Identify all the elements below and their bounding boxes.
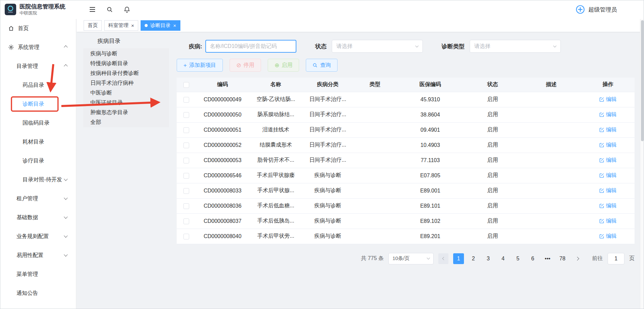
menu-collapse-icon[interactable] [89, 6, 96, 12]
cell-code: CD0000000053 [196, 153, 250, 168]
next-page-button[interactable] [573, 253, 583, 264]
catalog-title: 疾病目录 [97, 37, 169, 45]
sidebar-item-drug-catalog[interactable]: 药品目录 [0, 76, 76, 95]
page-button[interactable]: 6 [527, 253, 538, 264]
page-button[interactable]: 3 [483, 253, 494, 264]
edit-button[interactable]: 编辑 [599, 233, 617, 240]
catalog-item[interactable]: 全部 [83, 117, 169, 127]
catalog-item[interactable]: 特慢病诊断目录 [83, 58, 169, 68]
query-button[interactable]: 查询 [306, 59, 338, 72]
sidebar-item-treatment-catalog[interactable]: 诊疗目录 [0, 151, 76, 170]
cell-status: 启用 [464, 107, 521, 122]
sidebar-item-base-data[interactable]: 基础数据 [0, 208, 76, 227]
row-checkbox[interactable] [183, 127, 189, 133]
row-checkbox[interactable] [183, 188, 189, 194]
catalog-item[interactable]: 中医证候目录 [83, 98, 169, 107]
edit-button[interactable]: 编辑 [599, 157, 617, 164]
search-icon[interactable] [107, 6, 113, 13]
goto-suffix: 页 [629, 255, 635, 262]
tab-diagnosis-catalog[interactable]: 诊断目录 × [141, 20, 180, 31]
edit-button[interactable]: 编辑 [599, 172, 617, 179]
sidebar-item-menu-mgmt[interactable]: 菜单管理 [0, 265, 76, 284]
tab-home[interactable]: 首页 [84, 20, 102, 31]
page-button[interactable]: 4 [498, 253, 508, 264]
catalog-item[interactable]: 日间手术治疗病种 [83, 78, 169, 88]
page-button[interactable]: 5 [513, 253, 523, 264]
status-select[interactable]: 请选择 [332, 40, 423, 53]
sidebar-item-tenant-mgmt[interactable]: 租户管理 [0, 189, 76, 208]
close-icon[interactable]: × [173, 23, 176, 28]
row-checkbox[interactable] [183, 234, 189, 239]
scrollbar-thumb[interactable] [641, 20, 644, 141]
edit-button[interactable]: 编辑 [599, 126, 617, 133]
catalog-item[interactable]: 疾病与诊断 [83, 49, 169, 58]
cell-insurance-code: 77.1103 [397, 153, 464, 168]
sidebar-item-business-rules[interactable]: 业务规则配置 [0, 227, 76, 246]
page-button[interactable]: 1 [453, 253, 464, 264]
cell-category: 日间手术治疗... [302, 137, 353, 153]
disease-search-input[interactable] [205, 40, 296, 53]
tab-dept-mgmt[interactable]: 科室管理 × [104, 20, 138, 31]
sidebar-item-notice[interactable]: 通知公告 [0, 284, 76, 303]
sidebar-item-label: 诊疗目录 [23, 157, 44, 164]
cell-status: 启用 [464, 92, 521, 107]
sidebar-item-national-code-catalog[interactable]: 国临码目录 [0, 113, 76, 132]
close-icon[interactable]: × [131, 23, 134, 28]
sidebar-item-system-mgmt[interactable]: 系统管理 [0, 38, 76, 57]
select-all-checkbox[interactable] [183, 82, 189, 88]
cell-status: 启用 [464, 183, 521, 198]
table-header-row: 编码 名称 疾病分类 类型 医保编码 状态 描述 操作 [177, 78, 635, 92]
user-menu[interactable]: 超级管理员 [575, 4, 617, 15]
app-header: 医院信息管理系统 中联医院 超级管理员 [0, 0, 644, 19]
edit-button[interactable]: 编辑 [599, 202, 617, 209]
row-checkbox[interactable] [183, 203, 189, 209]
cell-category: 疾病与诊断 [302, 168, 353, 183]
edit-icon [599, 188, 604, 193]
edit-button[interactable]: 编辑 [599, 187, 617, 194]
sidebar-item-catalog-mapping[interactable]: 目录对照-待开发 [0, 170, 76, 189]
row-checkbox[interactable] [183, 112, 189, 118]
enable-button[interactable]: ⊕ 启用 [268, 59, 299, 72]
type-filter-label: 诊断类型 [442, 43, 465, 50]
sidebar-item-label: 药品目录 [23, 82, 44, 89]
sidebar-item-label: 菜单管理 [17, 271, 38, 278]
page-size-select[interactable]: 10条/页 [388, 253, 434, 264]
cell-code: CD0000006546 [196, 168, 250, 183]
edit-icon [599, 203, 604, 208]
cell-category: 疾病与诊断 [302, 229, 353, 244]
tab-label: 诊断目录 [150, 22, 171, 29]
chevron-left-icon [442, 257, 446, 260]
goto-page-input[interactable] [608, 253, 624, 264]
row-checkbox[interactable] [183, 158, 189, 163]
add-item-button[interactable]: + 添加新项目 [177, 59, 223, 72]
diagnosis-type-select[interactable]: 请选择 [470, 40, 561, 53]
sidebar-item-catalog-mgmt[interactable]: 目录管理 [0, 57, 76, 76]
more-pages-button[interactable]: ••• [542, 253, 553, 264]
sidebar-item-diagnosis-catalog[interactable]: 诊断目录 [0, 95, 76, 113]
catalog-item[interactable]: 中医诊断 [83, 88, 169, 98]
page-button[interactable]: 78 [557, 253, 568, 264]
main-content: 疾病目录 疾病与诊断 特慢病诊断目录 按病种目录付费诊断 日间手术治疗病种 中医… [77, 32, 644, 309]
sidebar-item-consumable-catalog[interactable]: 耗材目录 [0, 132, 76, 151]
page-button[interactable]: 2 [468, 253, 479, 264]
sidebar-item-usability-config[interactable]: 易用性配置 [0, 246, 76, 265]
row-checkbox[interactable] [183, 97, 189, 103]
row-checkbox[interactable] [183, 218, 189, 224]
sidebar: 首页 系统管理 目录管理 药品目录 诊断目录 国临码目录 耗材目录 诊疗目录 目… [0, 19, 76, 309]
sidebar-item-home[interactable]: 首页 [0, 19, 76, 38]
row-checkbox[interactable] [183, 173, 189, 179]
scrollbar-track[interactable] [640, 19, 644, 309]
edit-button[interactable]: 编辑 [599, 141, 617, 149]
cell-code: CD0000008037 [196, 213, 250, 229]
disable-button[interactable]: ⊘ 停用 [230, 59, 261, 72]
edit-button[interactable]: 编辑 [599, 111, 617, 118]
catalog-item[interactable]: 按病种目录付费诊断 [83, 68, 169, 78]
row-checkbox[interactable] [183, 143, 189, 148]
edit-button[interactable]: 编辑 [599, 217, 617, 225]
cell-name: 手术后甲状旁... [250, 229, 302, 244]
edit-button[interactable]: 编辑 [599, 96, 617, 103]
catalog-item[interactable]: 肿瘤形态学目录 [83, 107, 169, 117]
notification-bell-icon[interactable] [124, 6, 130, 13]
column-header-type: 类型 [353, 78, 397, 92]
prev-page-button[interactable] [438, 253, 448, 264]
